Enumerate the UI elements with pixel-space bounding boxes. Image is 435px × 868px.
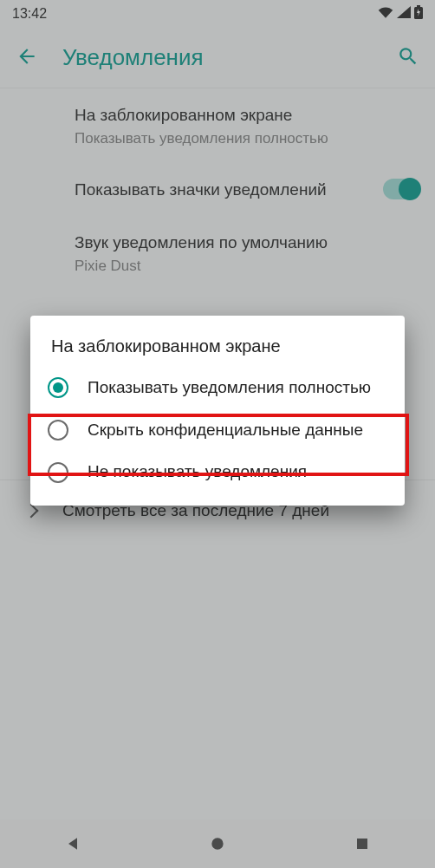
dialog-option-dont-show[interactable]: Не показывать уведомления [30,451,405,493]
radio-checked-icon[interactable] [48,377,68,398]
option-label: Скрыть конфиденциальные данные [88,420,363,441]
dialog-option-hide-sensitive[interactable]: Скрыть конфиденциальные данные [30,409,405,452]
dialog-title: На заблокированном экране [30,336,405,367]
radio-unchecked-icon[interactable] [48,420,68,441]
option-label: Не показывать уведомления [88,461,307,483]
lockscreen-dialog: На заблокированном экране Показывать уве… [30,316,405,506]
dialog-option-show-all[interactable]: Показывать уведомления полностью [30,367,405,409]
radio-unchecked-icon[interactable] [48,462,68,483]
option-label: Показывать уведомления полностью [88,377,371,399]
